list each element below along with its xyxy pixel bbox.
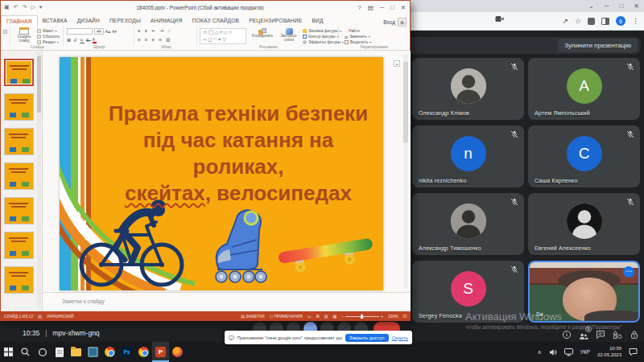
slide-thumbnail[interactable]: [4, 59, 34, 86]
ppt-tab[interactable]: АНИМАЦИЯ: [146, 15, 188, 27]
slide-editor[interactable]: Правила техніки безпеки під час катання …: [43, 51, 411, 292]
extension-icon[interactable]: [588, 18, 595, 25]
view-sorter-icon[interactable]: ⊞: [316, 314, 319, 319]
new-slide-button[interactable]: Создать слайд: [13, 27, 35, 43]
stop-sharing-button[interactable]: Закрыть доступ: [345, 334, 389, 342]
slide-thumbnail-panel[interactable]: [1, 51, 43, 311]
grow-font-icon[interactable]: A▴: [105, 29, 110, 34]
ppt-close-icon[interactable]: ✕: [401, 4, 406, 11]
tray-expand-icon[interactable]: ∧: [538, 349, 542, 356]
editor-collapse-button[interactable]: ▴: [394, 60, 400, 67]
list-buttons[interactable]: ≡ ≡ ⇤ ⇥ ↕: [138, 28, 172, 33]
ppt-tab[interactable]: РЕЦЕНЗИРОВАНИЕ: [244, 15, 307, 27]
browser-menu-icon[interactable]: ⋮: [632, 17, 639, 25]
fit-slide-icon[interactable]: ⊡: [403, 314, 407, 319]
ppt-tab[interactable]: ДИЗАЙН: [72, 15, 105, 27]
participants-icon[interactable]: [579, 331, 588, 341]
app-icon-2[interactable]: [169, 342, 186, 362]
notepad-icon[interactable]: [51, 342, 68, 362]
participant-tile[interactable]: C Саша Карпенко: [528, 125, 640, 187]
chat-icon[interactable]: [596, 330, 605, 339]
more-options-button[interactable]: ⋯: [623, 266, 634, 278]
tray-clock[interactable]: 10:35 22.05.2023: [597, 346, 621, 359]
zoom-level[interactable]: 100%: [388, 314, 398, 319]
quick-styles-button[interactable]: Экспресс-стили: [277, 28, 301, 43]
participant-tile[interactable]: Александр Тимошенко: [412, 193, 524, 255]
undo-icon[interactable]: ↶: [14, 4, 19, 10]
arrange-button[interactable]: Упорядочить: [250, 28, 275, 39]
participant-tile[interactable]: A Артем Ямпольський: [528, 58, 640, 120]
slide-title[interactable]: Правила техніки безпеки під час катання …: [98, 101, 378, 207]
redo-icon[interactable]: ↷: [23, 4, 27, 10]
slide-thumbnail[interactable]: [4, 128, 34, 155]
italic-button[interactable]: К: [74, 38, 78, 43]
window-maximize-icon[interactable]: □: [619, 2, 623, 10]
shrink-font-icon[interactable]: A▾: [112, 29, 117, 34]
language-tray[interactable]: УКР: [580, 349, 590, 355]
strikethrough-button[interactable]: S: [86, 38, 91, 43]
info-icon[interactable]: [562, 330, 572, 339]
slide-thumbnail[interactable]: [4, 162, 34, 190]
window-minimize-icon[interactable]: ─: [605, 2, 609, 10]
sign-in[interactable]: Вход ◉: [383, 18, 410, 27]
notes-toggle[interactable]: ▤ ЗАМЕТКИ: [241, 314, 265, 319]
align-buttons[interactable]: ≡ ≡ ≡ ≡ ▥: [138, 37, 171, 42]
participant-tile[interactable]: ⋯ Ви: [528, 261, 640, 323]
reset-button[interactable]: Сбросить: [37, 34, 60, 39]
start-button[interactable]: [0, 342, 17, 362]
underline-button[interactable]: Ч: [80, 38, 85, 43]
tab-search-icon[interactable]: ⌄: [588, 2, 594, 10]
paste-icon[interactable]: [3, 30, 7, 34]
font-color-button[interactable]: A: [93, 37, 97, 43]
shape-fill-button[interactable]: Заливка фигуры▾: [303, 28, 344, 34]
shape-outline-button[interactable]: Контур фигуры▾: [303, 34, 344, 39]
sharing-camera-icon[interactable]: [495, 15, 504, 23]
volume-icon[interactable]: [549, 348, 557, 356]
view-normal-icon[interactable]: ▭: [308, 314, 312, 319]
powerpoint-taskbar-icon[interactable]: P: [152, 342, 169, 362]
slide-thumbnail[interactable]: [4, 266, 34, 294]
ppt-tab[interactable]: ПЕРЕХОДЫ: [105, 15, 146, 27]
font-size-input[interactable]: 44: [94, 28, 104, 35]
bookmark-star-icon[interactable]: ☆: [575, 17, 581, 25]
ribbon-options-icon[interactable]: ▤: [368, 4, 374, 11]
ppt-tab[interactable]: ВИД: [307, 15, 328, 27]
chrome-icon[interactable]: [101, 342, 118, 362]
app-icon[interactable]: [85, 342, 101, 362]
participant-tile[interactable]: Евгений Алексеенко: [528, 193, 640, 255]
notes-pane[interactable]: Заметки к слайду: [43, 292, 411, 311]
host-controls-lock-icon[interactable]: [630, 330, 639, 339]
participant-tile[interactable]: S Sergey Fenocka: [412, 261, 524, 323]
window-close-icon[interactable]: ✕: [634, 2, 639, 10]
participant-tile[interactable]: Олександр Клімов: [412, 58, 524, 120]
view-slideshow-icon[interactable]: ▦: [332, 314, 336, 319]
zoom-slider[interactable]: −+: [341, 314, 383, 319]
select-button[interactable]: Выделить▾: [345, 39, 371, 45]
network-display-icon[interactable]: [564, 348, 573, 356]
ppt-tab[interactable]: ГЛАВНАЯ: [1, 15, 38, 27]
profile-badge[interactable]: 6: [616, 16, 625, 26]
taskbar-search-icon[interactable]: [17, 342, 34, 362]
cortana-icon[interactable]: [34, 342, 51, 362]
ppt-tab[interactable]: ПОКАЗ СЛАЙДОВ: [188, 15, 244, 27]
thumbnails-scrollbar[interactable]: [37, 52, 41, 308]
slide-thumbnail[interactable]: [4, 232, 34, 259]
slide-thumbnail[interactable]: [4, 197, 34, 224]
activities-icon[interactable]: [613, 330, 622, 339]
replace-button[interactable]: ⇄Заменить▾: [345, 34, 371, 39]
ppt-tab[interactable]: ВСТАВКА: [38, 15, 72, 27]
browser-profile-icon[interactable]: [135, 342, 152, 362]
hide-dialog-link[interactable]: Скрыть: [392, 335, 408, 340]
file-explorer-icon[interactable]: [68, 342, 85, 362]
layout-button[interactable]: Макет▾: [37, 28, 60, 34]
ppt-restore-icon[interactable]: □: [390, 4, 394, 11]
editor-scrollbar[interactable]: [403, 54, 408, 289]
slide-thumbnail[interactable]: [4, 93, 34, 121]
section-button[interactable]: Раздел▾: [37, 39, 60, 45]
shapes-gallery[interactable]: ▭◯△▱◇☆⇨◻◠✦▽: [200, 28, 246, 44]
find-button[interactable]: ◌Найти: [345, 28, 371, 34]
bold-button[interactable]: Ж: [67, 38, 72, 43]
share-icon[interactable]: ↗: [562, 17, 568, 25]
spellcheck-icon[interactable]: ▤: [38, 314, 42, 319]
shape-effects-button[interactable]: Эффекты фигуры▾: [303, 39, 344, 45]
